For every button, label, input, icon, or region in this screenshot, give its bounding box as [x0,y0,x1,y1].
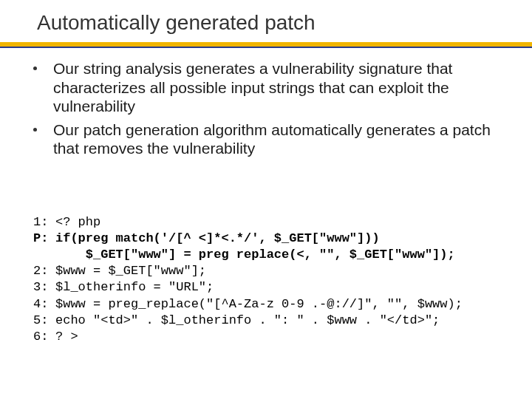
code-line: $l_otherinfo = "URL"; [55,280,214,294]
bullet-text: Our string analysis generates a vulnerab… [53,59,506,116]
bullet-list: Our string analysis generates a vulnerab… [33,59,506,163]
bullet-item: Our string analysis generates a vulnerab… [33,59,506,116]
code-block: 1:<? php P:if(preg match('/[^ <]*<.*/', … [33,198,506,361]
slide-title: Automatically generated patch [37,11,316,35]
code-line-label: 5: [33,313,55,329]
code-line: $_GET["www"] = preg replace(<, "", $_GET… [55,248,455,262]
code-line-label: P: [33,231,55,247]
bullet-dot-icon [33,66,37,70]
bullet-item: Our patch generation algorithm automatic… [33,120,506,158]
code-line-label: 2: [33,263,55,279]
code-line: <? php [55,215,100,229]
code-line-label: 6: [33,329,55,345]
code-line: echo "<td>" . $l_otherinfo . ": " . $www… [55,313,440,327]
bullet-text: Our patch generation algorithm automatic… [53,120,506,158]
divider-blue [0,47,532,48]
code-line: $www = $_GET["www"]; [55,264,206,278]
bullet-dot-icon [33,128,37,132]
code-line-label: 4: [33,296,55,313]
code-line: if(preg match('/[^ <]*<.*/', $_GET["www"… [55,231,380,245]
slide: Automatically generated patch Our string… [0,0,532,399]
code-line: $www = preg_replace("[^A-Za-z 0-9 .-@://… [55,297,463,311]
code-line: ? > [55,330,78,344]
code-line-label: 3: [33,279,55,296]
code-line-label [33,247,55,263]
code-line-label: 1: [33,214,55,231]
